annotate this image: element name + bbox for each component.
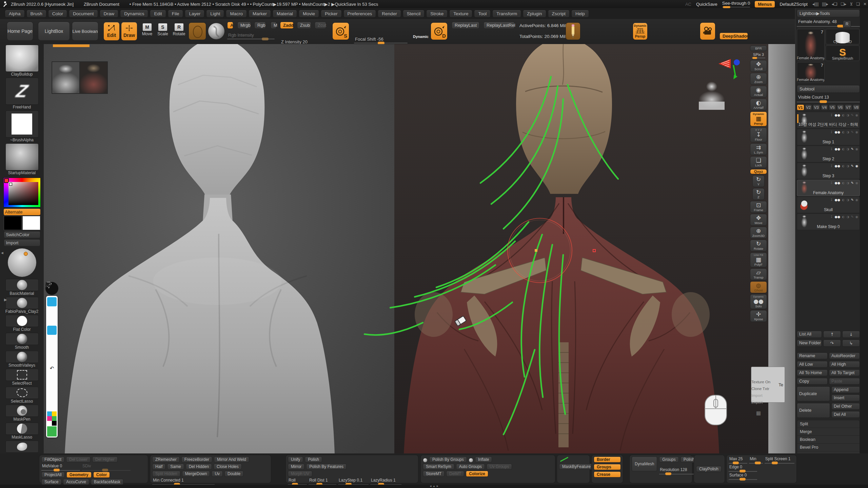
subtool-row[interactable]: ↧ ●● ◐ ◑ ✎ ◉ 10강 여성 2단계 바디 각상 - 하체: [797, 112, 860, 128]
visibility-eye-icon[interactable]: ◉: [855, 130, 858, 134]
panel-control[interactable]: Uv Groups: [487, 464, 512, 470]
zadd-button[interactable]: Zadd: [280, 22, 294, 29]
panel-control[interactable]: Roll: [288, 478, 307, 485]
panel-control[interactable]: ZRemesher: [152, 456, 180, 463]
material-color-preview-sphere[interactable]: [8, 248, 36, 277]
right-shelf-button[interactable]: ⊕ Zoom3D: [750, 227, 767, 239]
brush-edit-icon[interactable]: ✎: [851, 147, 854, 151]
m-button[interactable]: M: [271, 22, 277, 29]
right-shelf-button[interactable]: ⊡ Frame: [750, 201, 767, 213]
tray-collapse-left-icon[interactable]: ◄: [0, 251, 4, 255]
contrast-icon[interactable]: ◑: [846, 181, 849, 185]
half-icon[interactable]: ◐: [842, 181, 845, 185]
brush-edit-icon[interactable]: ✎: [851, 130, 854, 134]
current-annotation-color[interactable]: [47, 426, 57, 436]
subtool-op-button[interactable]: Boolean: [797, 436, 860, 444]
view-tab[interactable]: V8: [853, 104, 860, 110]
shelf-material-item[interactable]: FabioPaiva_Clay2: [3, 297, 41, 314]
palette-swatch[interactable]: [52, 416, 57, 421]
panel-control[interactable]: Colorize: [466, 471, 488, 477]
see-through-slider[interactable]: See-through 0: [722, 1, 750, 7]
palette-swatch[interactable]: [47, 411, 52, 416]
sculpt-scene[interactable]: [44, 44, 795, 453]
rgb-button[interactable]: Rgb: [254, 22, 266, 29]
tool-simplebrush[interactable]: S SimpleBrush: [826, 45, 860, 61]
window-controls[interactable]: ◂|||| ||||▸ ◂❏ ❏▸ ⊻ ❏ ✕: [812, 2, 867, 6]
polypaint-icon[interactable]: ●●: [835, 130, 841, 134]
main-color-swatch[interactable]: [4, 216, 22, 230]
panel-control[interactable]: MidValue 0: [41, 464, 80, 471]
right-shelf-button[interactable]: ✥ Scroll: [750, 60, 767, 72]
texture-menu-label[interactable]: Export: [751, 400, 763, 404]
current-material-preview[interactable]: [208, 23, 224, 39]
menu-item[interactable]: Render: [378, 10, 401, 18]
right-shelf-button[interactable]: ✥ Move: [750, 214, 767, 226]
subtool-row-icons[interactable]: ↧ ●● ◐ ◑ ✎ ◉: [830, 130, 858, 134]
contrast-icon[interactable]: ◑: [846, 130, 849, 134]
contrast-icon[interactable]: ◑: [846, 147, 849, 151]
polypaint-icon[interactable]: ●●: [835, 181, 841, 185]
color-palette[interactable]: [47, 411, 57, 426]
subtool-op-button[interactable]: Merge: [797, 428, 860, 436]
panel-control[interactable]: Mirror: [288, 464, 304, 470]
half-icon[interactable]: ◐: [842, 147, 845, 151]
shelf-material-item[interactable]: Smooth: [3, 333, 41, 350]
shelf-brush-item[interactable]: ClayBuildup: [3, 45, 41, 77]
tool-female-anatomy-2[interactable]: 7 Female Anatomy: [797, 62, 825, 82]
panel-control[interactable]: Border: [594, 456, 621, 463]
duplicate-button[interactable]: Duplicate: [797, 386, 830, 401]
menu-item[interactable]: Material: [273, 10, 297, 18]
close-icon[interactable]: ✕: [863, 2, 867, 6]
shelf-material-item[interactable]: Flat Color: [3, 315, 41, 332]
shelf-material-item[interactable]: SelectLasso: [3, 387, 41, 404]
panel-control[interactable]: Split Screen 1: [765, 456, 794, 464]
right-shelf-button[interactable]: Line Fill ▦ PolyF: [750, 252, 767, 267]
subtool-row[interactable]: ↧ ●● ◐ ◑ ✎ ◉ Step 1: [797, 129, 860, 145]
copy-button[interactable]: Copy: [797, 378, 828, 385]
uv-grid-icon[interactable]: ▦: [756, 410, 761, 416]
panel-control[interactable]: Edge 0: [729, 465, 757, 472]
home-page-button[interactable]: Home Page: [7, 22, 33, 41]
menu-item[interactable]: Marker: [249, 10, 271, 18]
rgb-intensity-slider[interactable]: Rgb Intensity: [227, 33, 275, 39]
panel-control[interactable]: DynaMesh: [632, 456, 657, 471]
panel-control[interactable]: LazyRadius 1: [370, 478, 401, 485]
visibility-tool-button[interactable]: [47, 297, 57, 306]
subtool-row-icons[interactable]: ↧ ●● ◐ ◑ ✎ ◉: [830, 181, 858, 185]
contrast-icon[interactable]: ◑: [846, 198, 849, 202]
panel-control[interactable]: Groups: [659, 456, 678, 463]
color-picker[interactable]: [3, 178, 41, 207]
dot-size-indicator[interactable]: [47, 354, 57, 363]
panel-control[interactable]: Polish By Groups: [429, 456, 467, 463]
reference-thumbnails[interactable]: [51, 61, 108, 94]
subtool-row[interactable]: ↧ ●● ◐ ◑ ✎ ◉ Step 2: [797, 146, 860, 162]
clipboard-button[interactable]: [47, 402, 57, 411]
all-to-target-button[interactable]: All To Target: [829, 369, 860, 376]
list-move-icon[interactable]: ↧: [830, 130, 833, 134]
panel-control[interactable]: Min: [749, 456, 763, 464]
panel-control[interactable]: Same: [167, 464, 184, 470]
menu-item[interactable]: Alpha: [5, 10, 25, 18]
panel-control[interactable]: LazyStep 0.1: [338, 478, 369, 485]
list-move-icon[interactable]: ↧: [830, 198, 833, 202]
panel-control[interactable]: Groups: [594, 464, 621, 470]
list-move-icon[interactable]: ↧: [830, 164, 833, 168]
panel-control[interactable]: Del Lower: [66, 456, 91, 463]
subtool-op-button[interactable]: Bevel Pro: [797, 444, 860, 451]
right-shelf-button[interactable]: ✢ Xpose: [750, 310, 767, 322]
subtool-row-icons[interactable]: ↧ ●● ◐ ◑ ✎ ◉: [830, 215, 858, 219]
subtool-row[interactable]: ↧ ●● ◐ ◑ ✎ ◉ Step 3: [797, 163, 860, 179]
clear-all-button[interactable]: [47, 373, 57, 382]
list-move-icon[interactable]: ↧: [830, 113, 833, 117]
panel-right-icon[interactable]: ❏▸: [841, 2, 847, 6]
whiteboard-button[interactable]: [47, 383, 57, 392]
panel-control[interactable]: FreezeBorder: [181, 456, 212, 463]
polypaint-icon[interactable]: ●●: [835, 215, 841, 219]
panel-control[interactable]: Morph UV: [288, 471, 312, 477]
gravity-pencil-button[interactable]: [566, 22, 580, 40]
right-shelf-button[interactable]: SPix 3: [750, 52, 767, 59]
new-folder-button[interactable]: New Folder: [797, 340, 822, 347]
half-icon[interactable]: ◐: [842, 215, 845, 219]
right-shelf-button[interactable]: BPR: [750, 45, 767, 51]
menu-item[interactable]: Tool: [474, 10, 491, 18]
